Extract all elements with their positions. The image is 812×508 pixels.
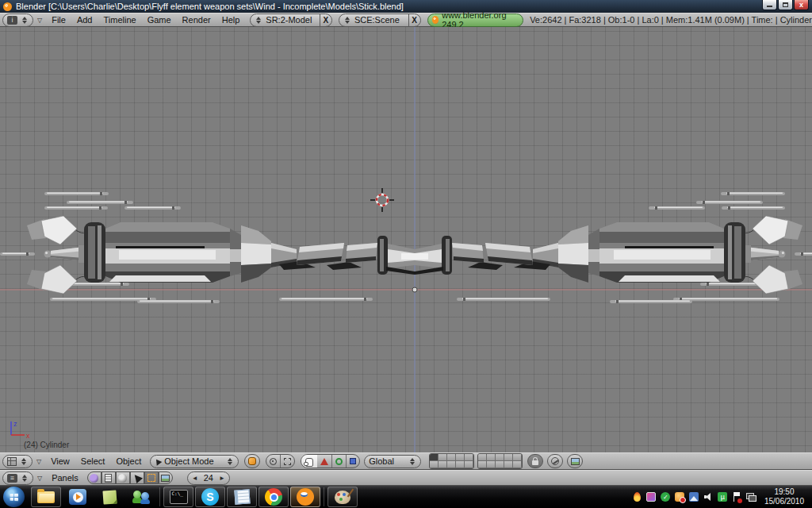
top-header: i ▽ File Add Timeline Game Render Help S… <box>0 13 812 27</box>
layer-toggle-4[interactable] <box>456 454 465 461</box>
flame-tray-icon[interactable] <box>632 492 642 502</box>
menu-add[interactable]: Add <box>77 15 93 25</box>
blender-version-button[interactable]: www.blender.org 249.2 <box>427 13 524 27</box>
taskbar-app-explorer[interactable] <box>31 487 61 507</box>
taskbar-app-media-player[interactable] <box>63 487 93 507</box>
menu-help[interactable]: Help <box>222 15 240 25</box>
rotate-manipulator-button[interactable] <box>332 455 347 468</box>
collapse-arrow-icon[interactable]: ▽ <box>37 475 42 482</box>
orientation-selector[interactable]: Global <box>364 455 421 468</box>
network-tray-icon[interactable] <box>746 492 756 502</box>
layer-toggle-7[interactable] <box>439 461 447 468</box>
layer-toggle-2[interactable] <box>439 454 447 461</box>
photo-manager-tray-icon[interactable] <box>646 492 657 502</box>
delete-screen-button[interactable]: X <box>320 14 331 26</box>
layer-toggle-8[interactable] <box>447 461 456 468</box>
layer-toggle-11[interactable] <box>478 454 487 461</box>
layer-toggle-5[interactable] <box>465 454 473 461</box>
scene-context-button[interactable] <box>159 471 173 484</box>
layer-toggle-1[interactable] <box>430 454 439 461</box>
utorrent-tray-icon[interactable]: µ <box>718 492 728 502</box>
pivot-point-button[interactable] <box>266 455 281 468</box>
menu-view[interactable]: View <box>51 456 70 466</box>
translate-manipulator-button[interactable] <box>317 455 332 468</box>
stick-model[interactable] <box>0 192 415 303</box>
taskbar-app-blender[interactable] <box>290 487 320 507</box>
menu-object[interactable]: Object <box>116 456 141 466</box>
close-button[interactable]: x <box>794 0 809 10</box>
window-type-button[interactable]: i <box>2 13 33 27</box>
action-center-flag-tray-icon[interactable] <box>732 492 742 502</box>
menu-render[interactable]: Render <box>182 15 211 25</box>
minimize-button[interactable] <box>762 0 777 10</box>
start-button[interactable] <box>3 487 25 507</box>
viewport-canvas[interactable]: z x (24) Cylinder <box>0 27 812 452</box>
layer-toggle-13[interactable] <box>496 454 504 461</box>
taskbar-app-messenger[interactable] <box>126 487 156 507</box>
pivot-align-button[interactable] <box>281 455 294 468</box>
render-preview-button[interactable] <box>567 454 583 468</box>
editor-type-button[interactable]: ≡ <box>2 471 33 485</box>
messenger-icon <box>132 489 150 505</box>
layer-buttons-group-1[interactable] <box>429 453 474 469</box>
draw-type-button[interactable] <box>244 454 260 468</box>
taskbar-app-notepad[interactable] <box>227 487 257 507</box>
layer-toggle-6[interactable] <box>430 461 439 468</box>
menu-game[interactable]: Game <box>147 15 171 25</box>
image-tool-tray-icon[interactable] <box>689 492 699 502</box>
taskbar-clock[interactable]: 19:50 15/06/2010 <box>764 487 804 506</box>
volume-tray-icon[interactable] <box>703 492 714 502</box>
layer-toggle-14[interactable] <box>504 454 513 461</box>
taskbar-app-chrome[interactable] <box>259 487 289 507</box>
menu-file[interactable]: File <box>52 15 66 25</box>
maximize-button[interactable] <box>778 0 793 10</box>
scale-manipulator-button[interactable] <box>347 455 359 468</box>
window-title: Blender [C:\Users\Charlie\Desktop\Flyff … <box>16 2 404 11</box>
logic-context-button[interactable] <box>87 471 102 484</box>
frame-next-icon[interactable]: ► <box>219 475 225 482</box>
layer-toggle-15[interactable] <box>513 454 522 461</box>
alert-tray-icon[interactable] <box>675 492 685 502</box>
screen-selector[interactable]: SR:2-Model X <box>250 13 332 27</box>
layer-toggle-12[interactable] <box>487 454 496 461</box>
layer-toggle-18[interactable] <box>496 461 504 468</box>
layer-toggle-10[interactable] <box>465 461 473 468</box>
viewport-3d[interactable]: z x (24) Cylinder <box>0 27 812 452</box>
titlebar[interactable]: Blender [C:\Users\Charlie\Desktop\Flyff … <box>0 0 812 13</box>
layer-toggle-20[interactable] <box>513 461 522 468</box>
object-center-dot[interactable] <box>412 287 417 292</box>
3d-cursor[interactable] <box>370 188 394 212</box>
menu-select[interactable]: Select <box>81 456 105 466</box>
layer-toggle-9[interactable] <box>456 461 465 468</box>
layer-buttons-group-2[interactable] <box>477 453 523 469</box>
scene-selector[interactable]: SCE:Scene X <box>339 13 421 27</box>
taskbar-app-cmd[interactable]: C:\_ <box>163 487 193 507</box>
frame-prev-icon[interactable]: ◄ <box>192 475 198 482</box>
updown-icon <box>345 17 350 24</box>
manipulator-toggle-button[interactable] <box>301 455 317 468</box>
taskbar-app-paint[interactable] <box>327 487 358 507</box>
taskbar-app-sticky-notes[interactable] <box>94 487 124 507</box>
panels-menu[interactable]: Panels <box>52 473 79 483</box>
collapse-arrow-icon[interactable]: ▽ <box>37 17 42 24</box>
editing-context-button[interactable] <box>144 471 159 484</box>
layer-toggle-16[interactable] <box>478 461 487 468</box>
editor-type-button[interactable] <box>2 455 33 468</box>
frame-counter[interactable]: ◄ 24 ► <box>187 471 230 485</box>
object-icon <box>132 472 143 483</box>
taskbar-app-skype[interactable]: S <box>195 487 225 507</box>
collapse-arrow-icon[interactable]: ▽ <box>36 458 41 465</box>
script-context-button[interactable] <box>102 471 116 484</box>
security-check-tray-icon[interactable]: ✓ <box>661 492 671 502</box>
delete-scene-button[interactable]: X <box>408 14 420 26</box>
layer-toggle-17[interactable] <box>487 461 496 468</box>
mode-selector[interactable]: Object Mode <box>150 455 239 468</box>
shading-context-button[interactable] <box>116 471 130 484</box>
menu-timeline[interactable]: Timeline <box>103 15 136 25</box>
layer-toggle-19[interactable] <box>504 461 513 468</box>
object-context-button[interactable] <box>130 471 144 484</box>
frame-number: 24 <box>204 473 213 483</box>
layer-toggle-3[interactable] <box>447 454 456 461</box>
proportional-edit-button[interactable] <box>547 454 563 468</box>
lock-layers-button[interactable] <box>527 454 543 468</box>
